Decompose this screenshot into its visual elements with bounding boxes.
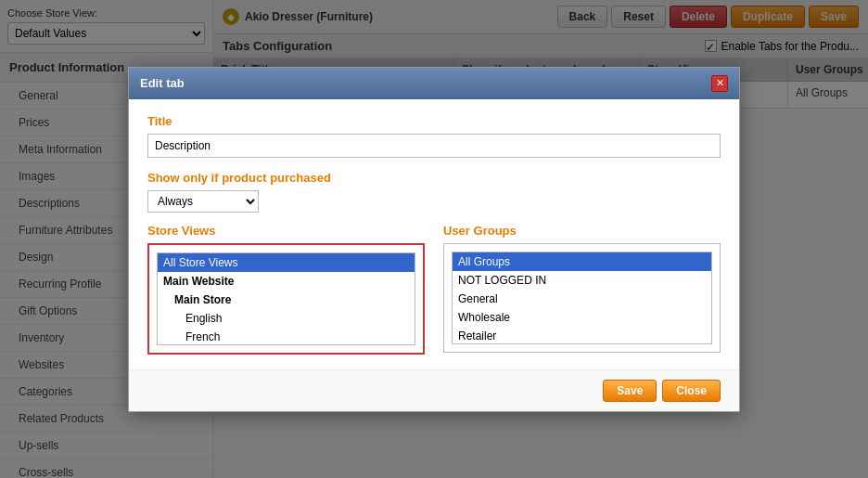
modal-close-button[interactable]: ✕ [711,75,728,92]
modal-close-footer-button[interactable]: Close [662,380,721,402]
title-field-label: Title [147,114,721,128]
list-item[interactable]: Wholesale [453,308,711,327]
store-views-box: All Store Views Main Website Main Store … [147,243,425,355]
modal-title: Edit tab [140,76,185,90]
modal-header: Edit tab ✕ [129,68,739,99]
edit-tab-modal: Edit tab ✕ Title Show only if product pu… [128,67,740,412]
list-item[interactable]: Retailer [453,327,711,344]
user-groups-box: All Groups NOT LOGGED IN General Wholesa… [443,243,721,353]
modal-body: Title Show only if product purchased Alw… [129,99,739,369]
user-groups-listbox[interactable]: All Groups NOT LOGGED IN General Wholesa… [452,252,712,344]
modal-footer: Save Close [129,369,739,411]
store-views-listbox[interactable]: All Store Views Main Website Main Store … [157,252,415,345]
modal-save-button[interactable]: Save [603,380,657,402]
two-col: Store Views All Store Views Main Website… [147,224,721,355]
list-item[interactable]: All Store Views [158,253,415,272]
user-groups-section: User Groups All Groups NOT LOGGED IN Gen… [443,224,721,355]
modal-overlay: Edit tab ✕ Title Show only if product pu… [0,0,868,478]
list-item[interactable]: General [453,290,711,308]
show-purchased-label: Show only if product purchased [147,171,721,185]
list-item[interactable]: Main Website [158,272,415,291]
user-groups-label: User Groups [443,224,721,238]
store-views-section: Store Views All Store Views Main Website… [147,224,425,355]
list-item[interactable]: French [158,328,415,345]
title-input[interactable] [147,134,721,158]
show-purchased-select[interactable]: Always If purchased Never [147,190,259,213]
list-item[interactable]: English [158,309,415,328]
store-views-label: Store Views [147,224,425,238]
list-item[interactable]: All Groups [453,252,711,271]
show-purchased-row: Show only if product purchased Always If… [147,171,721,213]
list-item[interactable]: NOT LOGGED IN [453,271,711,290]
list-item[interactable]: Main Store [158,291,415,309]
